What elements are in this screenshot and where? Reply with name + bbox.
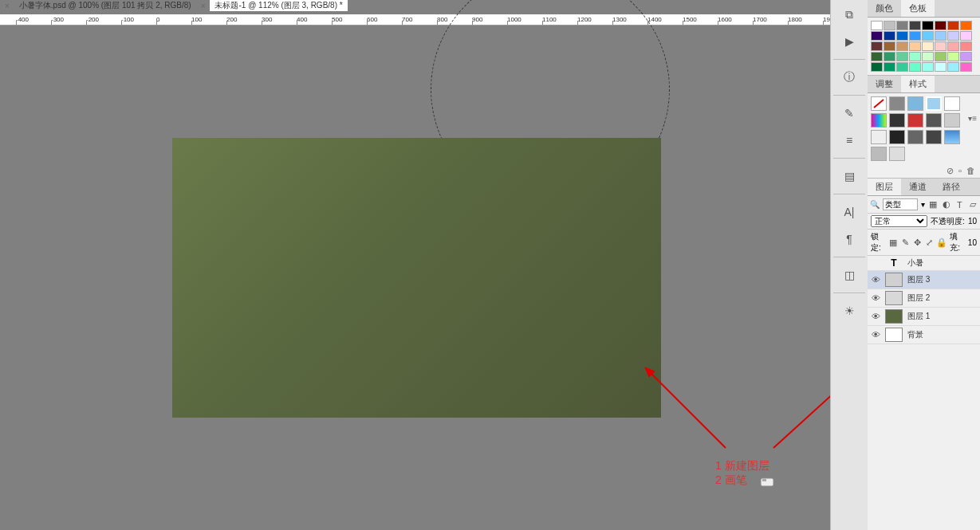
swatch[interactable] — [896, 21, 908, 30]
style-preset-1[interactable] — [889, 96, 905, 111]
filter-shape-icon[interactable]: ▱ — [968, 199, 978, 210]
swatch[interactable] — [960, 62, 972, 72]
swatch[interactable] — [960, 41, 972, 51]
style-preset-12[interactable] — [907, 130, 923, 144]
artboard[interactable] — [172, 138, 661, 418]
swatch[interactable] — [884, 52, 895, 61]
measure-icon[interactable]: ◫ — [840, 265, 859, 285]
styles-new-icon[interactable]: ▫ — [958, 166, 962, 176]
brush-settings-icon[interactable]: ✎ — [840, 104, 859, 123]
swatch[interactable] — [871, 52, 883, 61]
swatch[interactable] — [947, 41, 959, 51]
swatch[interactable] — [871, 41, 883, 51]
character-icon[interactable]: A| — [840, 202, 859, 222]
swatch[interactable] — [947, 21, 959, 30]
swatch[interactable] — [871, 62, 883, 72]
layer-row[interactable]: 👁图层 2 — [868, 289, 980, 308]
lock-pixels-icon[interactable]: ✎ — [900, 237, 910, 248]
visibility-eye-icon[interactable] — [871, 258, 880, 268]
swatch[interactable] — [947, 52, 959, 61]
info-icon[interactable]: ⓘ — [840, 68, 859, 87]
visibility-eye-icon[interactable]: 👁 — [871, 330, 880, 340]
layer-row[interactable]: 👁背景 — [868, 326, 980, 344]
tab-adjust[interactable]: 调整 — [868, 76, 901, 92]
swatch[interactable] — [922, 41, 934, 51]
swatch[interactable] — [909, 62, 921, 72]
swatch[interactable] — [935, 52, 947, 61]
swatch[interactable] — [960, 31, 972, 41]
swatch[interactable] — [884, 21, 895, 30]
visibility-eye-icon[interactable]: 👁 — [871, 312, 880, 321]
styles-trash-icon[interactable]: 🗑 — [966, 166, 975, 176]
style-preset-15[interactable] — [871, 147, 887, 161]
swatch[interactable] — [935, 41, 947, 51]
style-preset-16[interactable] — [889, 147, 905, 161]
layer-filter-input[interactable] — [883, 198, 918, 210]
style-preset-6[interactable] — [889, 113, 905, 128]
tab-1[interactable]: 小暑字体.psd @ 100% (图层 101 拷贝 2, RGB/8) — [14, 0, 196, 11]
swatch[interactable] — [896, 52, 908, 61]
tab-channels[interactable]: 通道 — [901, 179, 935, 195]
swatch[interactable] — [884, 31, 895, 41]
swatch[interactable] — [960, 52, 972, 61]
swatches-icon[interactable]: ▤ — [840, 167, 859, 186]
tab-2[interactable]: 未标题-1 @ 112% (图层 3, RGB/8) * — [210, 0, 347, 11]
tab-styles[interactable]: 样式 — [901, 76, 935, 92]
swatch[interactable] — [896, 62, 908, 72]
panel-menu-icon[interactable]: ▾≡ — [968, 114, 977, 123]
pilcrow-icon[interactable]: ¶ — [840, 230, 859, 249]
tab-paths[interactable]: 路径 — [935, 179, 968, 195]
canvas-area[interactable]: 1 新建图层 2 画笔 — [0, 26, 830, 530]
swatch[interactable] — [960, 21, 972, 30]
lock-transparent-icon[interactable]: ▦ — [888, 237, 898, 248]
layer-row[interactable]: 👁图层 3 — [868, 271, 980, 289]
style-preset-8[interactable] — [926, 113, 942, 128]
lock-position-icon[interactable]: ✥ — [912, 237, 922, 248]
style-preset-9[interactable] — [944, 113, 960, 128]
swatch[interactable] — [922, 31, 934, 41]
tab-color[interactable]: 颜色 — [868, 0, 901, 17]
swatch[interactable] — [947, 62, 959, 72]
layer-row[interactable]: T小暑 — [868, 256, 980, 271]
visibility-eye-icon[interactable]: 👁 — [871, 293, 880, 303]
layer-row[interactable]: 👁图层 1 — [868, 308, 980, 326]
swatch[interactable] — [935, 21, 947, 30]
filter-type-icon[interactable]: T — [954, 199, 965, 210]
tab-close-1[interactable]: × — [0, 2, 14, 10]
swatch[interactable] — [884, 41, 895, 51]
swatch[interactable] — [947, 31, 959, 41]
swatch[interactable] — [922, 52, 934, 61]
visibility-eye-icon[interactable]: 👁 — [871, 275, 880, 285]
tab-close-2[interactable]: × — [196, 2, 211, 10]
swatch[interactable] — [896, 41, 908, 51]
style-preset-3[interactable] — [926, 96, 942, 111]
swatch[interactable] — [896, 31, 908, 41]
style-preset-13[interactable] — [926, 130, 942, 144]
style-preset-4[interactable] — [944, 96, 960, 111]
swatch[interactable] — [884, 62, 895, 72]
swatch[interactable] — [871, 21, 883, 30]
tab-layers[interactable]: 图层 — [868, 179, 901, 195]
style-preset-2[interactable] — [907, 96, 923, 111]
style-preset-5[interactable] — [871, 113, 887, 128]
swatch[interactable] — [935, 62, 947, 72]
actions-play-icon[interactable]: ▶ — [840, 32, 859, 51]
filter-pixel-icon[interactable]: ▦ — [928, 199, 939, 210]
swatch[interactable] — [935, 31, 947, 41]
styles-clear-icon[interactable]: ⊘ — [947, 166, 954, 176]
style-none-icon[interactable] — [871, 96, 887, 111]
swatch[interactable] — [922, 62, 934, 72]
swatch[interactable] — [871, 31, 883, 41]
swatch[interactable] — [922, 21, 934, 30]
style-preset-7[interactable] — [907, 113, 923, 128]
swatch[interactable] — [909, 31, 921, 41]
style-preset-10[interactable] — [871, 130, 887, 144]
lock-artboard-icon[interactable]: ⤢ — [924, 237, 934, 248]
history-icon[interactable]: ⧉ — [840, 5, 859, 24]
swatch[interactable] — [909, 21, 921, 30]
blend-mode-select[interactable]: 正常 — [871, 215, 927, 227]
swatch[interactable] — [909, 41, 921, 51]
tab-swatches[interactable]: 色板 — [901, 0, 935, 17]
style-preset-14[interactable] — [944, 130, 960, 144]
fill-value[interactable]: 10 — [968, 238, 977, 247]
